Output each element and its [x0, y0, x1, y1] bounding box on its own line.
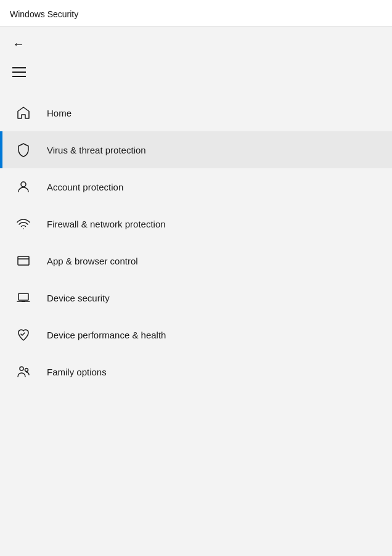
nav-label-device-performance: Device performance & health [47, 330, 166, 340]
back-arrow-icon: ← [12, 38, 25, 50]
hamburger-menu-button[interactable] [0, 61, 38, 89]
nav-label-account-protection: Account protection [47, 182, 123, 192]
heart-icon [12, 327, 35, 342]
shield-icon [12, 142, 35, 157]
app-title: Windows Security [10, 9, 78, 19]
nav-label-firewall: Firewall & network protection [47, 219, 166, 229]
nav-area: ← HomeVirus & threat protectionAccount p… [0, 27, 392, 390]
nav-label-family-options: Family options [47, 367, 107, 377]
browser-icon [12, 253, 35, 268]
nav-item-account-protection[interactable]: Account protection [0, 168, 392, 205]
svg-point-5 [20, 367, 23, 370]
nav-label-app-browser: App & browser control [47, 256, 138, 266]
svg-point-0 [21, 182, 26, 187]
nav-item-virus-threat[interactable]: Virus & threat protection [0, 131, 392, 168]
svg-point-6 [25, 369, 28, 372]
nav-item-device-security[interactable]: Device security [0, 279, 392, 316]
svg-rect-1 [18, 256, 29, 265]
laptop-icon [12, 290, 35, 305]
hamburger-line-2 [12, 72, 26, 73]
nav-item-family-options[interactable]: Family options [0, 353, 392, 390]
svg-rect-3 [18, 293, 28, 300]
person-icon [12, 179, 35, 194]
nav-item-device-performance[interactable]: Device performance & health [0, 316, 392, 353]
nav-label-device-security: Device security [47, 293, 110, 303]
home-icon [12, 105, 35, 120]
family-icon [12, 364, 35, 379]
nav-list: HomeVirus & threat protectionAccount pro… [0, 94, 392, 390]
hamburger-line-3 [12, 76, 26, 77]
nav-label-home: Home [47, 108, 71, 118]
back-button[interactable]: ← [0, 27, 37, 61]
hamburger-line-1 [12, 67, 26, 68]
wifi-icon [12, 216, 35, 231]
nav-item-home[interactable]: Home [0, 94, 392, 131]
nav-item-firewall[interactable]: Firewall & network protection [0, 205, 392, 242]
nav-label-virus-threat: Virus & threat protection [47, 145, 146, 155]
title-bar: Windows Security [0, 0, 392, 27]
nav-item-app-browser[interactable]: App & browser control [0, 242, 392, 279]
